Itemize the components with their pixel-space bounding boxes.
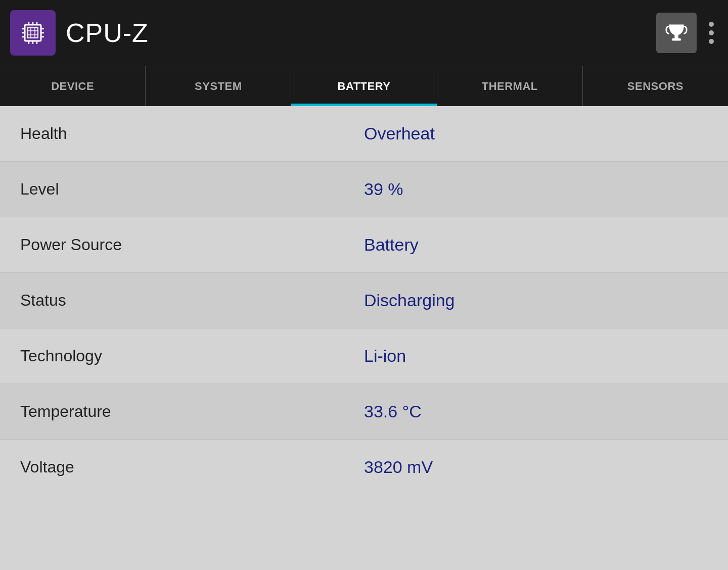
svg-rect-18 xyxy=(674,35,678,38)
svg-rect-19 xyxy=(672,38,681,41)
row-value-temperature: 33.6 °C xyxy=(364,402,708,421)
svg-rect-0 xyxy=(25,25,41,41)
row-label-level: Level xyxy=(20,180,364,199)
table-row: Voltage3820 mV xyxy=(0,440,728,495)
trophy-button[interactable] xyxy=(656,13,697,53)
row-value-voltage: 3820 mV xyxy=(364,457,708,477)
app-header: CPU-Z xyxy=(0,0,728,66)
table-row: Level39 % xyxy=(0,162,728,217)
tab-device[interactable]: DEVICE xyxy=(0,66,146,106)
row-label-health: Health xyxy=(20,124,364,143)
cpu-icon xyxy=(17,17,49,49)
tab-battery[interactable]: BATTERY xyxy=(291,66,437,106)
more-options-button[interactable] xyxy=(705,18,718,48)
tab-bar: DEVICE SYSTEM BATTERY THERMAL SENSORS xyxy=(0,66,728,106)
table-row: HealthOverheat xyxy=(0,106,728,162)
tab-system[interactable]: SYSTEM xyxy=(146,66,291,106)
svg-rect-1 xyxy=(28,28,38,38)
table-row: StatusDischarging xyxy=(0,273,728,328)
tab-sensors[interactable]: SENSORS xyxy=(583,66,728,106)
row-value-status: Discharging xyxy=(364,291,708,310)
row-value-power-source: Battery xyxy=(364,235,708,255)
trophy-icon xyxy=(665,22,688,44)
dot-3 xyxy=(709,39,714,44)
tab-thermal[interactable]: THERMAL xyxy=(437,66,583,106)
table-row: TechnologyLi-ion xyxy=(0,328,728,384)
battery-content: HealthOverheatLevel39 %Power SourceBatte… xyxy=(0,106,728,495)
row-label-power-source: Power Source xyxy=(20,235,364,254)
table-row: Temperature33.6 °C xyxy=(0,384,728,440)
row-label-status: Status xyxy=(20,291,364,310)
app-title: CPU-Z xyxy=(66,18,149,48)
row-label-technology: Technology xyxy=(20,347,364,365)
header-actions xyxy=(656,13,718,53)
row-label-temperature: Temperature xyxy=(20,402,364,421)
row-value-level: 39 % xyxy=(364,179,708,199)
row-value-technology: Li-ion xyxy=(364,346,708,366)
dot-2 xyxy=(709,30,714,35)
table-row: Power SourceBattery xyxy=(0,217,728,273)
app-logo xyxy=(10,10,56,56)
row-value-health: Overheat xyxy=(364,124,708,144)
row-label-voltage: Voltage xyxy=(20,458,364,477)
dot-1 xyxy=(709,22,714,27)
